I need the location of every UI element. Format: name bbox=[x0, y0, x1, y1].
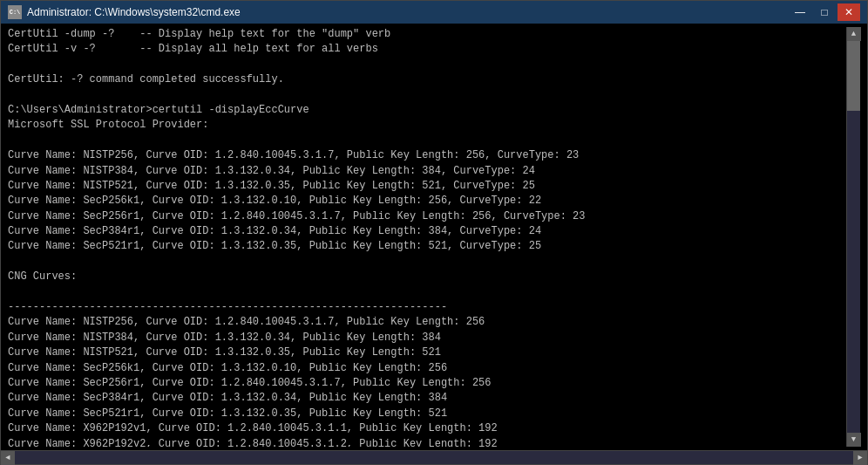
scroll-left-button[interactable]: ◄ bbox=[1, 451, 15, 465]
vertical-scrollbar[interactable]: ▲ ▼ bbox=[846, 27, 860, 447]
scroll-down-button[interactable]: ▼ bbox=[847, 433, 861, 447]
cmd-icon: C:\ bbox=[8, 5, 22, 19]
minimize-button[interactable]: — bbox=[789, 3, 811, 21]
scroll-thumb[interactable] bbox=[847, 41, 860, 111]
window-title: Administrator: C:\Windows\system32\cmd.e… bbox=[27, 6, 241, 18]
title-bar-left: C:\ Administrator: C:\Windows\system32\c… bbox=[8, 5, 241, 19]
window: C:\ Administrator: C:\Windows\system32\c… bbox=[0, 0, 868, 465]
terminal-content: CertUtil -dump -? -- Display help text f… bbox=[1, 24, 867, 450]
horizontal-scrollbar[interactable]: ◄ ► bbox=[1, 450, 867, 464]
close-button[interactable]: ✕ bbox=[837, 3, 860, 21]
scroll-right-button[interactable]: ► bbox=[853, 451, 867, 465]
maximize-button[interactable]: □ bbox=[813, 3, 836, 21]
scroll-up-button[interactable]: ▲ bbox=[847, 27, 861, 41]
title-buttons: — □ ✕ bbox=[789, 3, 860, 21]
terminal-output[interactable]: CertUtil -dump -? -- Display help text f… bbox=[8, 27, 846, 447]
scroll-track[interactable] bbox=[847, 41, 860, 433]
title-bar: C:\ Administrator: C:\Windows\system32\c… bbox=[1, 1, 867, 24]
scroll-track-h[interactable] bbox=[15, 451, 853, 464]
